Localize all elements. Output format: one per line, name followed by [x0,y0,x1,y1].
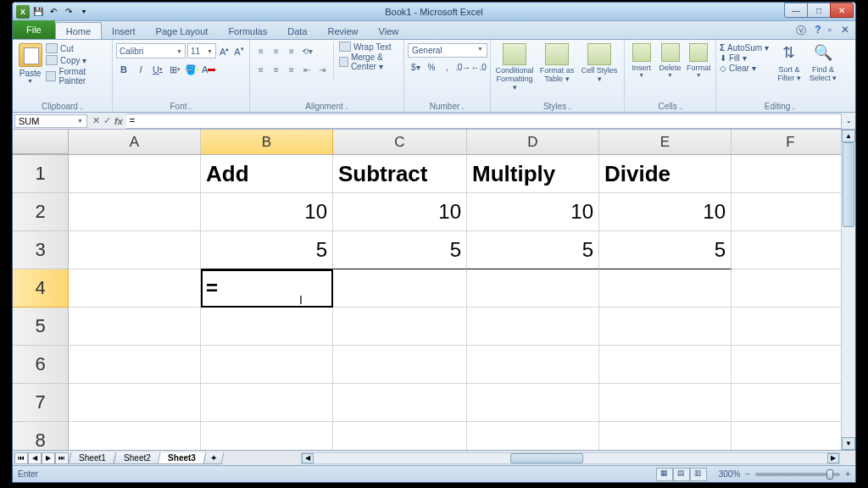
copy-button[interactable]: Copy ▾ [44,55,108,65]
underline-button[interactable]: U▾ [150,62,165,77]
cell-D7[interactable] [467,384,599,422]
cell-F3[interactable] [732,231,850,269]
first-sheet-icon[interactable]: ⏮ [14,452,28,464]
insert-cells-button[interactable]: Insert▼ [628,43,655,78]
zoom-out-icon[interactable]: − [745,469,750,479]
cell-F6[interactable] [732,346,850,384]
col-header-d[interactable]: D [467,130,599,154]
qat-customize-icon[interactable]: ▼ [77,5,91,19]
zoom-thumb[interactable] [826,469,833,480]
maximize-button[interactable]: □ [807,3,831,18]
delete-cells-button[interactable]: Delete▼ [657,43,684,78]
minimize-ribbon-icon[interactable]: ⓥ [794,24,808,37]
cell-D2[interactable]: 10 [467,193,599,231]
row-header-8[interactable]: 8 [13,422,69,450]
increase-indent-icon[interactable]: ⇥ [314,62,330,77]
fill-button[interactable]: ⬇ Fill ▾ [720,53,769,63]
cell-D5[interactable] [467,308,599,346]
zoom-level[interactable]: 300% [719,469,741,479]
scroll-down-icon[interactable]: ▼ [842,437,855,450]
close-button[interactable]: ✕ [830,3,854,18]
decrease-decimal-icon[interactable]: ←.0 [470,59,487,75]
expand-formula-icon[interactable]: ⌄ [842,117,855,125]
new-sheet-button[interactable]: ✦ [203,452,225,464]
page-break-view-icon[interactable]: ▥ [690,468,707,481]
cell-A7[interactable] [69,384,201,422]
scroll-right-icon[interactable]: ▶ [827,453,839,463]
cell-B5[interactable] [201,308,333,346]
currency-icon[interactable]: $▾ [408,59,424,75]
insert-tab[interactable]: Insert [102,23,146,39]
comma-icon[interactable]: , [439,59,455,75]
grow-font-icon[interactable]: A▴ [218,46,231,57]
col-header-a[interactable]: A [69,130,201,154]
format-cells-button[interactable]: Format▼ [685,43,712,78]
cell-F8[interactable] [732,422,850,450]
cell-B4[interactable] [201,269,333,308]
cell-B1[interactable]: Add [201,155,333,193]
sheet-tab-1[interactable]: Sheet1 [69,452,117,464]
cell-E7[interactable] [599,384,732,422]
sort-filter-button[interactable]: ⇅Sort & Filter ▾ [774,43,804,82]
home-tab[interactable]: Home [55,22,102,39]
sheet-tab-2[interactable]: Sheet2 [113,452,161,464]
cell-A6[interactable] [69,346,201,384]
align-left-icon[interactable]: ≡ [253,62,269,77]
cell-D8[interactable] [467,422,599,450]
cell-B6[interactable] [201,346,333,384]
cell-C7[interactable] [333,384,467,422]
decrease-indent-icon[interactable]: ⇤ [299,62,314,77]
vertical-scrollbar[interactable]: ▲ ▼ [841,130,855,450]
find-select-button[interactable]: 🔍Find & Select ▾ [808,43,838,82]
fill-color-button[interactable]: 🪣 [184,62,199,77]
cell-B2[interactable]: 10 [201,193,333,231]
cell-F4[interactable] [732,269,850,308]
minimize-button[interactable]: — [784,3,808,18]
page-layout-tab[interactable]: Page Layout [146,23,219,39]
cell-E8[interactable] [599,422,732,450]
row-header-4[interactable]: 4 [13,269,69,308]
undo-icon[interactable]: ↶ [47,5,60,19]
cell-F2[interactable] [732,193,850,231]
save-icon[interactable]: 💾 [31,5,45,19]
col-header-e[interactable]: E [599,130,732,154]
font-name-combo[interactable]: Calibri▼ [116,43,186,58]
formulas-tab[interactable]: Formulas [218,23,277,39]
cell-D4[interactable] [467,269,599,308]
cancel-formula-icon[interactable]: ✕ [92,115,100,126]
cell-D6[interactable] [467,346,599,384]
cell-B7[interactable] [201,384,333,422]
col-header-b[interactable]: B [201,130,333,154]
enter-formula-icon[interactable]: ✓ [103,115,111,126]
cell-C2[interactable]: 10 [333,193,467,231]
row-header-1[interactable]: 1 [13,155,69,193]
cell-A8[interactable] [69,422,201,450]
bold-button[interactable]: B [116,62,131,77]
vscroll-thumb[interactable] [843,142,854,227]
conditional-formatting-button[interactable]: Conditional Formatting ▾ [494,43,535,92]
cell-A3[interactable] [69,231,201,269]
cell-C1[interactable]: Subtract [333,155,467,193]
merge-center-button[interactable]: Merge & Center ▾ [339,53,400,71]
cell-styles-button[interactable]: Cell Styles ▾ [579,43,620,92]
cell-C5[interactable] [333,308,467,346]
cell-C6[interactable] [333,346,467,384]
shrink-font-icon[interactable]: A▾ [232,46,245,57]
zoom-slider[interactable] [755,473,840,476]
cell-E3[interactable]: 5 [599,231,732,269]
col-header-f[interactable]: F [732,130,850,154]
sheet-tab-3[interactable]: Sheet3 [158,452,207,464]
scroll-up-icon[interactable]: ▲ [842,130,855,142]
cell-F1[interactable] [732,155,850,193]
align-right-icon[interactable]: ≡ [284,62,299,77]
cell-E1[interactable]: Divide [599,155,732,193]
doc-close-icon[interactable]: ✕ [838,24,852,37]
align-center-icon[interactable]: ≡ [269,62,284,77]
format-painter-button[interactable]: Format Painter [44,67,108,86]
increase-decimal-icon[interactable]: .0→ [455,59,471,75]
cell-C4[interactable] [333,269,467,308]
hscroll-thumb[interactable] [510,453,583,463]
view-tab[interactable]: View [369,23,409,39]
select-all-corner[interactable] [13,130,69,154]
align-middle-icon[interactable]: ≡ [269,43,284,58]
